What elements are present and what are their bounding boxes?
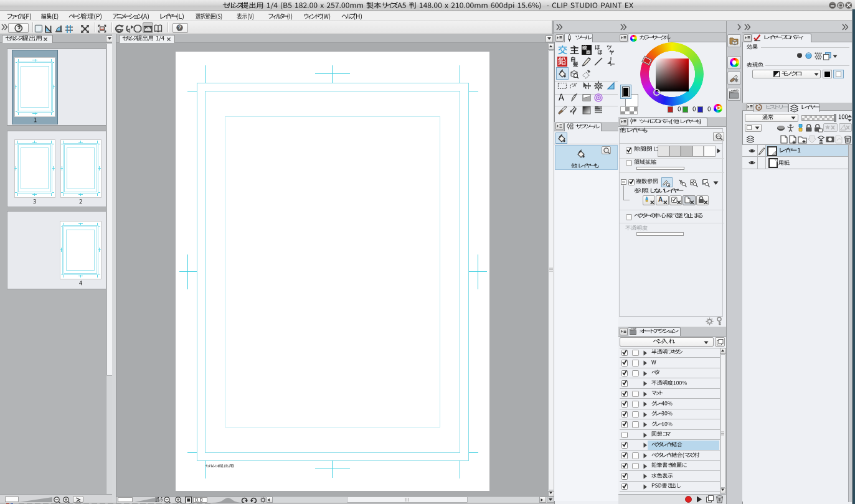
svg-text:?: ? [178, 24, 181, 30]
svg-text:A: A [658, 196, 663, 203]
